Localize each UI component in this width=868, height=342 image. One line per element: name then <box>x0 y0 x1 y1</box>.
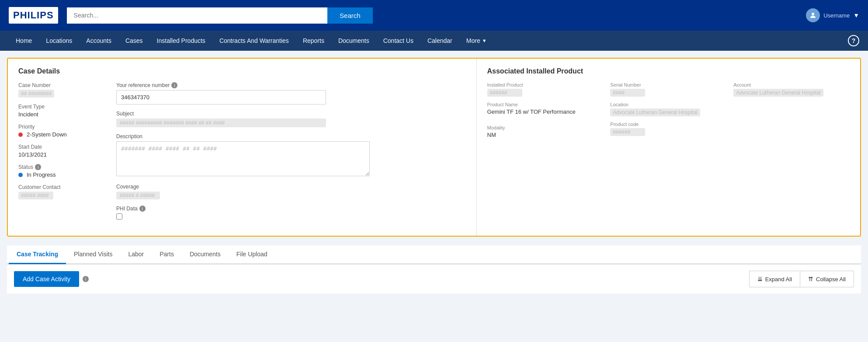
case-number-group: Case Number ## ######## <box>18 82 106 98</box>
nav-item-documents[interactable]: Documents <box>331 31 376 51</box>
phi-group: PHI Data i <box>116 206 466 221</box>
modality-label: Modality <box>487 125 604 130</box>
collapse-icon: ⇈ <box>808 276 813 283</box>
associated-installed-product: Associated Installed Product Installed P… <box>477 59 861 236</box>
modality-group: Modality NM <box>487 125 604 138</box>
nav-item-installed-products[interactable]: Installed Products <box>150 31 212 51</box>
description-label: Description <box>116 133 466 140</box>
account-value[interactable]: Advocate Lutheran General Hospital <box>733 89 823 97</box>
product-code-group: Product code ###### <box>610 122 850 138</box>
nav-item-home[interactable]: Home <box>9 31 39 51</box>
bottom-toolbar: Add Case Activity i ⇊ Expand All ⇈ Colla… <box>7 264 861 293</box>
svg-point-0 <box>812 13 814 15</box>
priority-dot-red <box>18 133 23 137</box>
priority-label: Priority <box>18 124 106 130</box>
description-textarea[interactable]: ####### #### #### ## ## #### <box>116 141 370 176</box>
start-date-value: 10/13/2021 <box>18 151 106 158</box>
reference-input[interactable] <box>116 90 326 105</box>
product-code-label: Product code <box>610 122 850 127</box>
tab-file-upload[interactable]: File Upload <box>229 245 275 264</box>
navigation: Home Locations Accounts Cases Installed … <box>0 31 868 51</box>
installed-product-label: Installed Product <box>487 82 604 87</box>
start-date-group: Start Date 10/13/2021 <box>18 144 106 158</box>
collapse-all-button[interactable]: ⇈ Collapse All <box>800 271 854 287</box>
case-form: Your reference number i Subject ##### ##… <box>116 82 466 227</box>
logo[interactable]: PHILIPS <box>9 7 58 24</box>
case-details-title: Case Details <box>18 67 466 75</box>
product-name-group: Product Name Gemini TF 16 w/ TOF Perform… <box>487 102 604 116</box>
tab-planned-visits[interactable]: Planned Visits <box>66 245 120 264</box>
add-activity-info-icon[interactable]: i <box>83 276 89 282</box>
case-number-label: Case Number <box>18 82 106 88</box>
event-type-value: Incident <box>18 111 106 118</box>
tabs-bar: Case Tracking Planned Visits Labor Parts… <box>7 245 861 264</box>
tab-labor[interactable]: Labor <box>120 245 152 264</box>
status-info-icon[interactable]: i <box>35 164 41 170</box>
reference-number-group: Your reference number i <box>116 82 466 105</box>
event-type-label: Event Type <box>18 104 106 110</box>
customer-contact-label: Customer Contact <box>18 184 106 190</box>
nav-item-more[interactable]: More ▼ <box>459 31 494 51</box>
start-date-label: Start Date <box>18 144 106 150</box>
aip-title: Associated Installed Product <box>487 67 850 75</box>
user-dropdown-icon[interactable]: ▼ <box>853 12 859 19</box>
phi-info-icon[interactable]: i <box>139 206 146 212</box>
priority-group: Priority 2-System Down <box>18 124 106 138</box>
nav-item-reports[interactable]: Reports <box>296 31 331 51</box>
status-dot-blue <box>18 173 23 177</box>
help-icon[interactable]: ? <box>848 35 859 46</box>
user-area: Username ▼ <box>806 8 859 22</box>
nav-item-locations[interactable]: Locations <box>39 31 79 51</box>
location-label: Location <box>610 102 850 107</box>
phi-checkbox[interactable] <box>116 213 122 220</box>
nav-item-calendar[interactable]: Calendar <box>420 31 459 51</box>
serial-number-value[interactable]: #### <box>610 89 645 97</box>
status-value: In Progress <box>18 171 106 178</box>
expand-all-button[interactable]: ⇊ Expand All <box>749 271 800 287</box>
location-value[interactable]: Advocate Lutheran General Hospital <box>610 108 700 116</box>
case-details-left: Case Details Case Number ## ######## Eve… <box>8 59 477 236</box>
search-button[interactable]: Search <box>327 7 373 24</box>
tab-case-tracking[interactable]: Case Tracking <box>9 245 66 264</box>
coverage-value: ##### # ##### <box>116 192 160 199</box>
customer-contact-group: Customer Contact ##### #### <box>18 184 106 199</box>
phi-label: PHI Data i <box>116 206 466 212</box>
expand-collapse-group: ⇊ Expand All ⇈ Collapse All <box>749 271 854 287</box>
subject-value: ##### ######### ####### #### ## ## #### <box>116 119 326 127</box>
nav-item-cases[interactable]: Cases <box>118 31 150 51</box>
nav-item-contact-us[interactable]: Contact Us <box>376 31 420 51</box>
more-chevron-icon: ▼ <box>482 38 487 43</box>
status-group: Status i In Progress <box>18 164 106 178</box>
installed-product-value[interactable]: ###### <box>487 89 522 97</box>
main-content: Case Details Case Number ## ######## Eve… <box>0 51 868 300</box>
tab-documents[interactable]: Documents <box>182 245 229 264</box>
search-input[interactable] <box>67 7 327 24</box>
logo-text: PHILIPS <box>13 10 54 21</box>
reference-info-icon[interactable]: i <box>171 82 177 88</box>
product-name-value: Gemini TF 16 w/ TOF Performance <box>487 108 604 115</box>
serial-number-label: Serial Number <box>610 82 726 87</box>
event-type-group: Event Type Incident <box>18 104 106 118</box>
coverage-label: Coverage <box>116 184 466 190</box>
subject-group: Subject ##### ######### ####### #### ## … <box>116 111 466 127</box>
description-group: Description ####### #### #### ## ## #### <box>116 133 466 178</box>
add-case-activity-button[interactable]: Add Case Activity <box>14 271 79 287</box>
reference-label: Your reference number i <box>116 82 466 88</box>
coverage-group: Coverage ##### # ##### <box>116 184 466 199</box>
user-name: Username <box>823 12 850 19</box>
nav-item-accounts[interactable]: Accounts <box>79 31 118 51</box>
avatar <box>806 8 820 22</box>
search-bar: Search <box>67 7 373 24</box>
location-group: Location Advocate Lutheran General Hospi… <box>610 102 850 116</box>
status-label: Status i <box>18 164 106 170</box>
product-name-label: Product Name <box>487 102 604 107</box>
expand-icon: ⇊ <box>757 276 763 283</box>
tab-parts[interactable]: Parts <box>152 245 182 264</box>
nav-item-contracts[interactable]: Contracts And Warranties <box>212 31 296 51</box>
product-code-value[interactable]: ###### <box>610 128 645 136</box>
modality-value: NM <box>487 132 604 138</box>
priority-value: 2-System Down <box>18 131 106 138</box>
account-group: Account Advocate Lutheran General Hospit… <box>733 82 850 97</box>
header: PHILIPS Search Username ▼ <box>0 0 868 31</box>
case-number-value: ## ######## <box>18 90 54 98</box>
